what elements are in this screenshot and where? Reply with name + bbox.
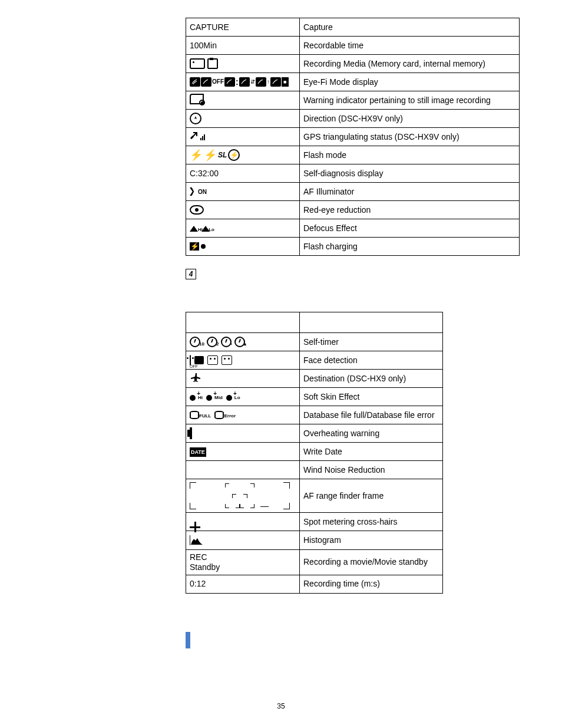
table-row: Destination (DSC-HX9 only) xyxy=(186,370,443,388)
desc-cell: Recording Media (Memory card, internal m… xyxy=(300,55,520,73)
eyefi-icon xyxy=(190,77,200,87)
table1-wrap: CAPTURE Capture 100Min Recordable time R… xyxy=(186,18,513,256)
svg-line-0 xyxy=(191,136,193,139)
table-row: 10 2 ▪ ▴ Self-timer xyxy=(186,333,443,351)
eyefi-icon xyxy=(224,77,235,87)
display-cell: OFF : ⇵ ↑ xyxy=(186,73,300,91)
display-cell: DATE xyxy=(186,443,300,461)
table-row: Red-eye reduction xyxy=(186,201,520,219)
table-header-row xyxy=(186,312,443,333)
database-icon xyxy=(190,411,199,419)
airplane-icon xyxy=(190,372,201,383)
display-cell xyxy=(186,461,300,479)
display-cell: ON xyxy=(186,183,300,201)
desc-cell: GPS triangulating status (DSC-HX9V only) xyxy=(300,128,520,146)
svg-rect-1 xyxy=(200,138,201,140)
table-row: 100Min Recordable time xyxy=(186,37,520,55)
display-cell xyxy=(186,513,300,531)
table-row: OFF Face detection xyxy=(186,351,443,370)
display-cell: 10 2 ▪ ▴ xyxy=(186,333,300,351)
display-cell xyxy=(186,91,300,110)
no-flash-icon: ⚡ xyxy=(228,149,240,161)
display-cell xyxy=(186,424,300,443)
eyefi-icon xyxy=(270,77,281,87)
table-row: Wind Noise Reduction xyxy=(186,461,443,479)
display-cell xyxy=(186,55,300,73)
face-icon xyxy=(207,355,218,365)
display-cell: 0:12 xyxy=(186,575,300,593)
face-icon xyxy=(190,355,191,365)
database-icon xyxy=(214,411,224,419)
desc-cell: Spot metering cross-hairs xyxy=(300,513,443,531)
display-cell xyxy=(186,531,300,550)
timer-icon xyxy=(190,337,200,347)
lock-icon: ■ xyxy=(282,77,289,87)
desc-cell: AF range finder frame xyxy=(300,479,443,513)
timer-icon xyxy=(207,337,217,347)
display-cell: 100Min xyxy=(186,37,300,55)
display-cell: C:32:00 xyxy=(186,164,300,183)
table-row: GPS triangulating status (DSC-HX9V only) xyxy=(186,128,520,146)
section-marker-4: 4 xyxy=(186,269,196,279)
overheat-icon xyxy=(190,427,192,439)
eyefi-icon xyxy=(239,77,250,87)
display-cell: Hi Mid Lo xyxy=(186,388,300,406)
signal-bars-icon xyxy=(200,133,207,140)
table-row: ⚡ ⚡ SL ⚡ Flash mode xyxy=(186,146,520,164)
desc-cell: Self-diagnosis display xyxy=(300,164,520,183)
desc-cell: Face detection xyxy=(300,351,443,370)
table-row: Recording Media (Memory card, internal m… xyxy=(186,55,520,73)
display-cell xyxy=(186,370,300,388)
table-row: AF range finder frame xyxy=(186,479,443,513)
eyefi-icon xyxy=(256,77,266,87)
table-row: FULL Error Database file full/Database f… xyxy=(186,406,443,424)
redeye-icon xyxy=(190,205,204,215)
af-frame-icon xyxy=(190,482,290,509)
flash-charging-icon: ⚡ xyxy=(190,242,199,251)
display-cell xyxy=(186,128,300,146)
table-row: Overheating warning xyxy=(186,424,443,443)
softskin-icon xyxy=(206,393,216,401)
table-row: REC Standby Recording a movie/Movie stan… xyxy=(186,550,443,575)
off-label: OFF xyxy=(212,78,224,85)
desc-cell: Overheating warning xyxy=(300,424,443,443)
desc-cell: Flash charging xyxy=(300,238,520,256)
desc-cell: Flash mode xyxy=(300,146,520,164)
display-cell xyxy=(186,201,300,219)
svg-rect-2 xyxy=(202,136,203,140)
table-row: Direction (DSC-HX9V only) xyxy=(186,110,520,128)
table-row: Warning indicator pertaining to still im… xyxy=(186,91,520,110)
table-row: OFF : ⇵ ↑ xyxy=(186,73,520,91)
desc-cell: Recording time (m:s) xyxy=(300,575,443,593)
desc-cell: Wind Noise Reduction xyxy=(300,461,443,479)
svg-rect-3 xyxy=(204,134,205,140)
flash-icon: ⚡ xyxy=(204,150,217,160)
memory-card-icon xyxy=(190,58,205,69)
direction-icon xyxy=(190,113,201,124)
indicator-table-1: CAPTURE Capture 100Min Recordable time R… xyxy=(186,18,520,256)
display-cell: ⚡ xyxy=(186,238,300,256)
table-row: Spot metering cross-hairs xyxy=(186,513,443,531)
table-row: ⚡ Flash charging xyxy=(186,238,520,256)
blue-section-bar xyxy=(186,632,190,648)
desc-cell: Soft Skin Effect xyxy=(300,388,443,406)
date-badge-icon: DATE xyxy=(190,447,206,457)
desc-cell: Eye-Fi Mode display xyxy=(300,73,520,91)
table-row: DATE Write Date xyxy=(186,443,443,461)
sl-label: SL xyxy=(218,151,227,159)
page-number: 35 xyxy=(0,702,562,710)
display-cell: REC Standby xyxy=(186,550,300,575)
desc-cell: Write Date xyxy=(300,443,443,461)
internal-memory-icon xyxy=(207,58,218,69)
desc-cell: Direction (DSC-HX9V only) xyxy=(300,110,520,128)
display-cell: Hi Lo xyxy=(186,219,300,238)
display-cell xyxy=(186,479,300,513)
eyefi-off-icon xyxy=(201,77,211,87)
table-row: 0:12 Recording time (m:s) xyxy=(186,575,443,593)
table-row: Hi Mid Lo Soft Skin Effect xyxy=(186,388,443,406)
desc-cell: Histogram xyxy=(300,531,443,550)
desc-cell: Capture xyxy=(300,18,520,37)
indicator-table-2: 10 2 ▪ ▴ Self-timer OFF xyxy=(186,312,443,594)
display-cell xyxy=(186,110,300,128)
display-cell: FULL Error xyxy=(186,406,300,424)
